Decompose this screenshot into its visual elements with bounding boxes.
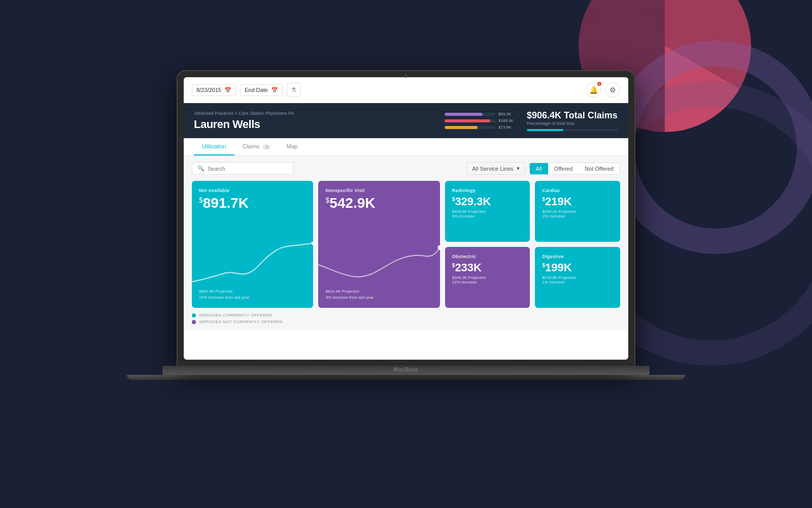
macbook-base xyxy=(162,366,650,375)
service-line-label: All Service Lines xyxy=(472,166,513,172)
legend-offered-label: SERVICES CURRENTLY OFFERED xyxy=(199,313,272,318)
bar-label-1: $69.3K xyxy=(498,112,517,116)
legend-not-offered-dot xyxy=(192,320,196,324)
patient-name: Lauren Wells xyxy=(194,118,445,131)
bar-fill-2 xyxy=(445,119,490,122)
patient-info: Attributed Practices > Care Station Phys… xyxy=(194,111,445,131)
patient-header: Attributed Practices > Care Station Phys… xyxy=(184,103,628,138)
card-obstectric[interactable]: Obstectric $233K $340.3K Projected 12% I… xyxy=(445,247,530,308)
card-digestive[interactable]: Digestive $199K $218.8K Projected 1% Inc… xyxy=(535,247,620,308)
notification-button[interactable]: 🔔 1 xyxy=(586,82,601,98)
tab-map-label: Map xyxy=(287,143,297,149)
tab-utilization[interactable]: Utilization xyxy=(194,138,234,155)
card-radiology-sub: $429.6K Projected 8% Increase xyxy=(452,209,523,218)
card-obstectric-projected: $340.3K Projected xyxy=(452,275,523,280)
card-nonspecific-category: Nonspecific Visit xyxy=(325,188,432,193)
bar-row-3: $73.8K xyxy=(445,125,517,130)
bar-row-1: $69.3K xyxy=(445,112,517,116)
card-nonspecific-projected: $823.4K Projected xyxy=(325,289,374,295)
card-not-available-projected: $962.3K Projected xyxy=(199,289,250,295)
card-cardiac[interactable]: Cardiac $219K $299.1K Projected 2% Incre… xyxy=(535,181,620,242)
bar-label-3: $73.8K xyxy=(498,125,517,130)
card-digestive-change: 1% Increase xyxy=(542,280,613,284)
breadcrumb-parent: Attributed Practices xyxy=(194,111,233,116)
header-right: 🔔 1 ⚙ xyxy=(586,82,620,98)
card-cardiac-amount: $219K xyxy=(542,196,613,207)
service-line-dropdown[interactable]: All Service Lines ▾ xyxy=(466,162,525,175)
filter-button[interactable]: ⚗ xyxy=(287,83,301,97)
search-filter-row: 🔍 All Service Lines ▾ All Offered Not Of… xyxy=(192,162,620,175)
card-cardiac-projected: $299.1K Projected xyxy=(542,209,613,214)
bell-icon: 🔔 xyxy=(589,86,598,94)
camera xyxy=(404,75,408,78)
card-cardiac-change: 2% Increase xyxy=(542,214,613,218)
bar-fill-1 xyxy=(445,113,483,116)
total-claims-label: Percentage of total loss xyxy=(527,121,618,126)
bar-track-3 xyxy=(445,126,495,129)
start-date-picker[interactable]: 8/23/2015 📅 xyxy=(192,84,236,96)
card-obstectric-sub: $340.3K Projected 12% Increase xyxy=(452,275,523,284)
legend: SERVICES CURRENTLY OFFERED SERVICES NOT … xyxy=(192,313,620,324)
card-nonspecific-chart xyxy=(318,242,439,288)
end-date-picker[interactable]: End Date 📅 xyxy=(240,84,283,96)
percentage-bar-fill xyxy=(527,129,563,131)
card-digestive-amount: $199K xyxy=(542,262,613,273)
search-input[interactable] xyxy=(208,166,268,172)
card-not-available-chart xyxy=(192,242,313,288)
svg-point-1 xyxy=(438,245,440,250)
card-obstectric-change: 12% Increase xyxy=(452,280,523,284)
card-radiology-category: Radiology xyxy=(452,188,523,193)
filter-not-offered[interactable]: Not Offered xyxy=(579,163,620,174)
percentage-bar-track xyxy=(527,129,618,131)
macbook-bottom-bar xyxy=(127,375,685,380)
cards-grid: Not Available $891.7K $962.3K Projected … xyxy=(192,181,620,308)
card-obstectric-category: Obstectric xyxy=(452,254,523,259)
card-cardiac-category: Cardiac xyxy=(542,188,613,193)
total-claims-amount: $906.4K Total Claims xyxy=(527,110,618,121)
card-cardiac-sub: $299.1K Projected 2% Increase xyxy=(542,209,613,218)
card-not-available[interactable]: Not Available $891.7K $962.3K Projected … xyxy=(192,181,313,308)
card-radiology-amount: $329.3K xyxy=(452,196,523,207)
calendar-icon: 📅 xyxy=(224,87,231,93)
notification-badge: 1 xyxy=(597,82,601,86)
card-nonspecific-change: 3% Increase from last year xyxy=(325,295,374,301)
start-date-value: 8/23/2015 xyxy=(196,87,221,93)
svg-point-0 xyxy=(312,242,314,245)
claims-badge: 5 xyxy=(263,144,270,150)
card-radiology-projected: $429.6K Projected xyxy=(452,209,523,214)
filter-offered[interactable]: Offered xyxy=(548,163,579,174)
card-radiology-change: 8% Increase xyxy=(452,214,523,218)
bar-track-2 xyxy=(445,119,495,122)
filter-group: All Offered Not Offered xyxy=(529,163,620,175)
bar-label-2: $169.3K xyxy=(498,118,517,123)
screen-bezel: 8/23/2015 📅 End Date 📅 ⚗ 🔔 1 ⚙ xyxy=(178,71,634,366)
legend-not-offered-label: SERVICES NOT CURRENTLY OFFERED xyxy=(199,320,283,324)
card-nonspecific-visit[interactable]: Nonspecific Visit $542.9K $823.4K Projec… xyxy=(318,181,439,308)
tab-claims-label: Claims xyxy=(243,143,260,149)
legend-offered-dot xyxy=(192,313,196,318)
claims-bars: $69.3K $169.3K $73.8K xyxy=(445,112,517,130)
filter-all[interactable]: All xyxy=(530,163,548,174)
card-radiology[interactable]: Radiology $329.3K $429.6K Projected 8% I… xyxy=(445,181,530,242)
end-date-label: End Date xyxy=(245,87,268,93)
search-box[interactable]: 🔍 xyxy=(192,162,293,175)
legend-not-offered: SERVICES NOT CURRENTLY OFFERED xyxy=(192,320,620,324)
tabs-bar: Utilization Claims 5 Map xyxy=(184,138,628,156)
breadcrumb-child: Care Station Physicians PA xyxy=(239,111,294,116)
bar-row-2: $169.3K xyxy=(445,118,517,123)
calendar-icon-end: 📅 xyxy=(271,87,278,93)
settings-button[interactable]: ⚙ xyxy=(605,82,620,98)
macbook-shell: 8/23/2015 📅 End Date 📅 ⚗ 🔔 1 ⚙ xyxy=(173,71,639,437)
tab-claims[interactable]: Claims 5 xyxy=(234,138,279,155)
card-not-available-footer: $962.3K Projected 22% Increase from last… xyxy=(199,289,250,301)
search-icon: 🔍 xyxy=(197,165,205,172)
card-not-available-amount: $891.7K xyxy=(199,196,306,210)
card-not-available-change: 22% Increase from last year xyxy=(199,295,250,301)
total-claims: $906.4K Total Claims Percentage of total… xyxy=(527,110,618,131)
card-nonspecific-footer: $823.4K Projected 3% Increase from last … xyxy=(325,289,374,301)
bar-track-1 xyxy=(445,113,495,116)
legend-offered: SERVICES CURRENTLY OFFERED xyxy=(192,313,620,318)
filter-controls: All Service Lines ▾ All Offered Not Offe… xyxy=(466,162,620,175)
tab-map[interactable]: Map xyxy=(279,138,306,155)
card-obstectric-amount: $233K xyxy=(452,262,523,273)
